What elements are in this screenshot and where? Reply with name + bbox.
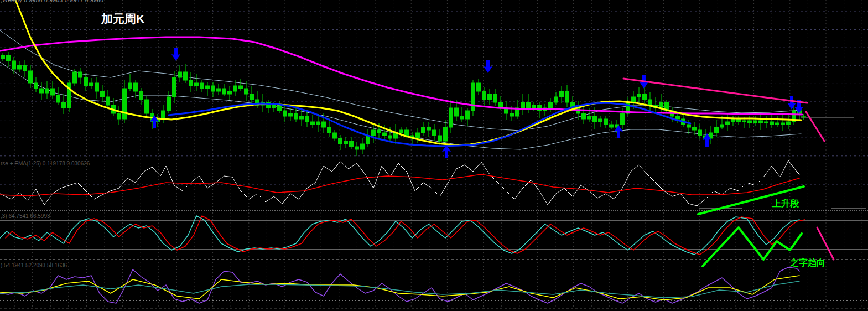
panel4-indicator-label: ) 54.1941 52.2093 58.1636 <box>1 263 67 268</box>
chart-canvas[interactable] <box>0 0 868 311</box>
panel2-indicator-label: rse + EMA(1.25) 0.119178 0.030626 <box>1 161 90 167</box>
stochastic-signal-line <box>6 216 805 255</box>
chart-title: 加元周K <box>101 13 144 24</box>
mt4-chart-window[interactable]: ,Weekly 0.9956 0.9903 0.9947 0.9960 加元周K… <box>0 0 868 311</box>
annotation-zigzag-trend-text: 之字趋向 <box>790 258 825 267</box>
symbol-ohlc-label: ,Weekly 0.9956 0.9903 0.9947 0.9960 <box>1 0 103 3</box>
trendline-pink-descending[interactable] <box>623 79 807 103</box>
trendline-pink-panel3[interactable] <box>817 227 834 260</box>
panel4-violet-line <box>0 267 799 303</box>
vertical-gridlines <box>14 0 862 308</box>
panel3-indicator-label: ,3) 64.7541 66.5993 <box>1 214 50 219</box>
trendline-pink-steep[interactable] <box>806 112 824 141</box>
stochastic-main-line <box>0 216 799 255</box>
panel4-teal-line <box>0 281 799 298</box>
panel2-white-line <box>0 160 799 206</box>
annotation-green-zigzag[interactable] <box>703 227 802 266</box>
annotation-rising-segment-text: 上升段 <box>772 199 799 208</box>
candles[interactable] <box>1 52 802 156</box>
panel2-red-ema <box>0 174 799 196</box>
